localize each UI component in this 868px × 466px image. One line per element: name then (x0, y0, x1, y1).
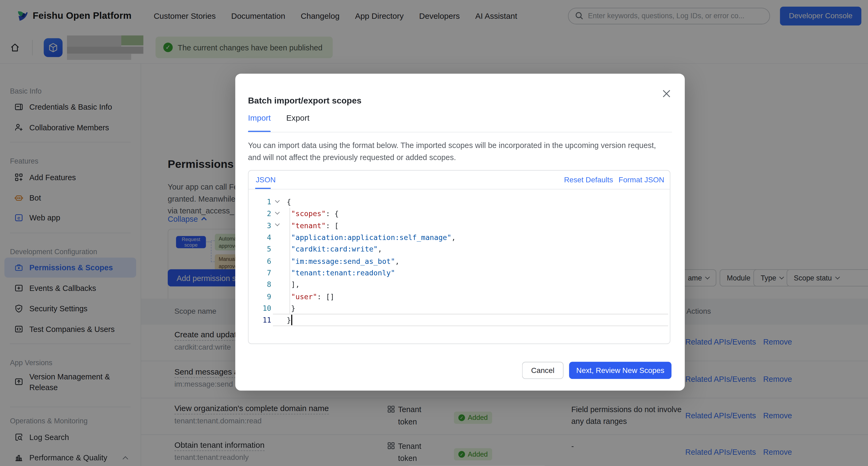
next-review-scopes-button[interactable]: Next, Review New Scopes (569, 362, 671, 379)
line-number: 6 (249, 257, 271, 265)
line-number: 3 (249, 222, 271, 230)
modal-tabs: ImportExport (248, 114, 309, 122)
active-format-indicator (255, 187, 271, 189)
code-area[interactable]: 1{2 "scopes": {3 "tenant": [4 "applicati… (249, 190, 670, 344)
editor-header: JSON Reset Defaults Format JSON (249, 171, 670, 189)
divider (248, 132, 672, 133)
json-editor: JSON Reset Defaults Format JSON 1{2 "sco… (248, 170, 671, 344)
line-number: 8 (249, 281, 271, 289)
close-icon[interactable] (661, 89, 671, 99)
import-description: You can import data using the format bel… (248, 140, 663, 164)
line-number: 10 (249, 304, 271, 312)
text-cursor (291, 315, 292, 325)
screen: Feishu Open Platform Customer StoriesDoc… (0, 0, 868, 466)
line-number: 2 (249, 210, 271, 218)
line-number: 1 (249, 198, 271, 206)
cancel-button[interactable]: Cancel (522, 362, 564, 379)
line-number: 9 (249, 292, 271, 300)
modal-tab-export[interactable]: Export (286, 114, 309, 122)
line-number: 11 (249, 316, 271, 324)
code-line-7: 7 "tenant:tenant:readonly" (249, 267, 670, 279)
code-line-4: 4 "application:application:self_manage", (249, 231, 670, 243)
modal-tab-import[interactable]: Import (248, 114, 271, 122)
code-line-2: 2 "scopes": { (249, 208, 670, 220)
current-line-highlight (273, 314, 668, 326)
batch-import-export-modal: Batch import/export scopes ImportExport … (235, 74, 685, 391)
code-line-11: 11} (249, 314, 670, 326)
reset-defaults-link[interactable]: Reset Defaults (564, 176, 613, 184)
code-line-8: 8 ], (249, 279, 670, 291)
code-line-9: 9 "user": [] (249, 291, 670, 302)
tab-json[interactable]: JSON (256, 176, 276, 184)
modal-title: Batch import/export scopes (248, 96, 362, 106)
line-number: 7 (249, 269, 271, 277)
code-line-6: 6 "im:message:send_as_bot", (249, 255, 670, 267)
code-line-1: 1{ (249, 196, 670, 208)
format-json-link[interactable]: Format JSON (619, 176, 664, 184)
line-number: 4 (249, 233, 271, 241)
code-line-5: 5 "cardkit:card:write", (249, 243, 670, 255)
line-number: 5 (249, 245, 271, 253)
code-line-10: 10 } (249, 302, 670, 314)
code-line-3: 3 "tenant": [ (249, 220, 670, 231)
